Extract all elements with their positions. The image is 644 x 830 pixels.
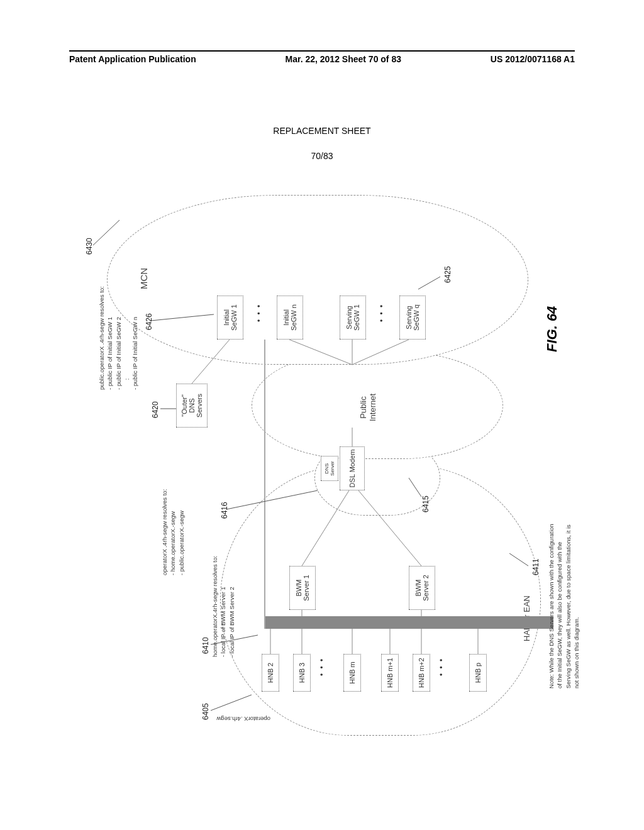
header-center: Mar. 22, 2012 Sheet 70 of 83 [286,54,401,64]
dots-hnb-2: • • • [437,658,446,676]
node-initial-segw-n: Initial SeGW n [277,296,303,340]
ref-6411: 6411 [531,558,540,575]
ref-6426: 6426 [145,313,153,330]
header-right: US 2012/0071168 A1 [491,54,575,64]
node-dns-server: DNS Server [321,456,338,481]
cloud-internet [252,352,503,459]
annot-note: Note: While the DNS Servers are shown wi… [547,524,580,689]
node-hnb-3: HNB 3 [293,654,311,692]
annot-resolves-2: home.operatorX.4rh-segw resolves to: - l… [211,556,236,657]
node-hnb-m: HNB m [343,654,361,692]
node-bwm-2: BWM Server 2 [409,566,435,610]
replacement-sheet-label: REPLACEMENT SHEET [0,126,644,136]
page-header: Patent Application Publication Mar. 22, … [69,54,575,64]
svg-line-8 [93,220,119,245]
annot-resolves-3: public.operatorX .4rh-segw resolves to: … [97,286,139,390]
ref-6420: 6420 [151,401,160,418]
dots-segw-2: • • • [377,304,386,322]
node-hnb-m2: HNB m+2 [413,654,430,692]
node-hnb-2: HNB 2 [262,654,279,692]
ref-6405: 6405 [201,703,210,720]
annot-resolves-1: operatorX .4rh-segw resolves to: - home.… [160,489,186,575]
diagram-container: HAN or EAN Public Internet MCN [69,189,579,742]
header-left: Patent Application Publication [69,54,196,64]
node-outer-dns: "Outer" DNS Servers [176,384,208,428]
node-bwm-1: BWM Server 1 [289,566,316,610]
bus-hnb [264,616,553,629]
ref-6430: 6430 [85,238,94,255]
cloud-internet-label: Public Internet [358,394,377,421]
ref-6415: 6415 [421,495,430,512]
cloud-mcn [107,195,528,365]
cloud-mcn-label: MCN [138,268,149,289]
ref-6425: 6425 [443,266,452,283]
node-dsl-modem: DSL Modem [340,446,365,490]
node-hnb-m1: HNB m+1 [381,654,399,692]
node-initial-segw-1: Initial SeGW 1 [217,296,243,340]
node-serving-segw-q: Serving SeGW q [399,296,426,340]
ref-6416: 6416 [220,502,229,519]
figure-diagram: HAN or EAN Public Internet MCN [69,189,579,742]
header-rule [69,50,575,52]
dots-segw-1: • • • [255,304,264,322]
annot-operatorx-label: operatorX .4rh.segw [216,715,270,723]
sheet-number: 70/83 [0,151,644,161]
ref-6410: 6410 [201,637,210,654]
svg-line-0 [211,695,252,711]
node-serving-segw-1: Serving SeGW 1 [340,296,366,340]
figure-label: FIG. 64 [544,306,560,352]
node-hnb-p: HNB p [469,654,487,692]
dots-hnb-1: • • • [318,658,326,676]
bus-top [264,340,265,629]
